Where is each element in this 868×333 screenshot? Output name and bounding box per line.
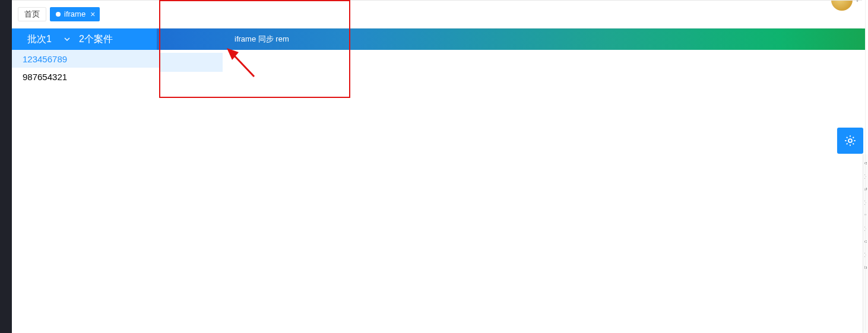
batch-selector[interactable]: 批次1 2个案件 bbox=[12, 28, 157, 50]
case-count: 2个案件 bbox=[79, 33, 113, 46]
list-item[interactable]: 987654321 bbox=[12, 68, 159, 85]
settings-button[interactable] bbox=[837, 128, 863, 154]
content-area: 123456789 987654321 bbox=[12, 50, 868, 333]
code-fragment: } bbox=[863, 222, 868, 235]
case-list: 123456789 987654321 bbox=[12, 50, 159, 85]
code-fragment: # bbox=[863, 183, 868, 196]
code-fragment: * bbox=[863, 209, 868, 222]
sub-header: 批次1 2个案件 iframe 同步 rem bbox=[12, 28, 866, 50]
chevron-down-icon bbox=[64, 36, 71, 43]
code-fragment: c bbox=[863, 235, 868, 248]
tab-close-icon[interactable]: × bbox=[90, 10, 95, 18]
tab-bar: 首页 iframe × bbox=[12, 0, 862, 28]
batch-label: 批次1 bbox=[27, 33, 52, 46]
case-id: 123456789 bbox=[23, 54, 67, 64]
gear-icon bbox=[844, 134, 857, 147]
app-root: 首页 iframe × 批次1 2个案件 iframe 同步 rem 12345… bbox=[0, 0, 868, 333]
tab-status-dot-icon bbox=[56, 12, 61, 17]
svg-point-2 bbox=[848, 139, 852, 142]
list-item[interactable]: 123456789 bbox=[12, 50, 159, 68]
tab-iframe[interactable]: iframe × bbox=[50, 7, 100, 21]
tab-home[interactable]: 首页 bbox=[18, 7, 46, 21]
case-id: 987654321 bbox=[23, 72, 67, 82]
selected-row-extension bbox=[159, 53, 223, 72]
code-fragment: } bbox=[863, 196, 868, 209]
collapsed-nav[interactable] bbox=[0, 0, 12, 333]
code-fragment: b bbox=[863, 261, 868, 274]
code-fragment: } bbox=[863, 248, 868, 261]
tab-home-label: 首页 bbox=[24, 8, 40, 21]
code-fragment: } bbox=[863, 170, 868, 183]
tab-iframe-label: iframe bbox=[64, 7, 85, 21]
divider bbox=[865, 0, 866, 331]
code-fragment: e bbox=[863, 157, 868, 170]
